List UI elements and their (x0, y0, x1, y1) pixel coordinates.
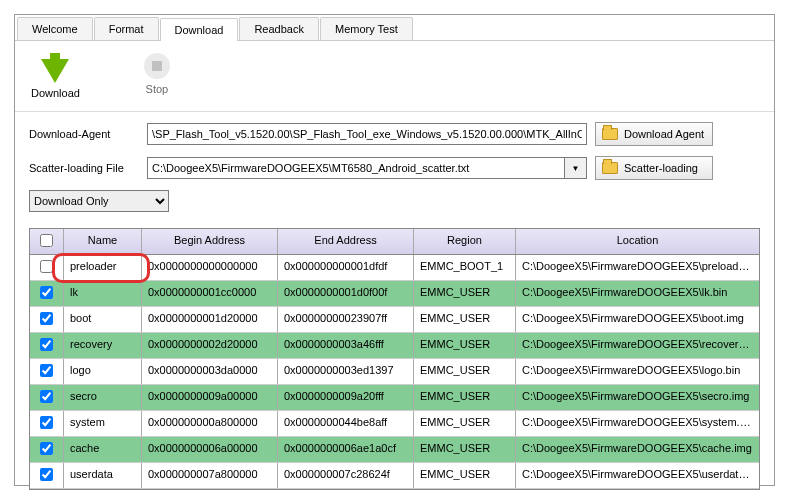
cell-name: lk (64, 281, 142, 306)
cell-region: EMMC_USER (414, 385, 516, 410)
row-checkbox-cell (30, 385, 64, 410)
cell-location: C:\DoogeeX5\FirmwareDOOGEEX5\lk.bin (516, 281, 759, 306)
cell-region: EMMC_USER (414, 411, 516, 436)
select-all-checkbox[interactable] (40, 234, 53, 247)
cell-begin: 0x0000000001d20000 (142, 307, 278, 332)
table-row[interactable]: boot0x0000000001d200000x00000000023907ff… (30, 307, 759, 333)
cell-region: EMMC_BOOT_1 (414, 255, 516, 280)
header-begin[interactable]: Begin Address (142, 229, 278, 254)
table-header: Name Begin Address End Address Region Lo… (30, 229, 759, 255)
scatter-dropdown-button[interactable]: ▼ (565, 157, 587, 179)
cell-region: EMMC_USER (414, 437, 516, 462)
stop-label: Stop (146, 83, 169, 95)
cell-region: EMMC_USER (414, 463, 516, 488)
cell-location: C:\DoogeeX5\FirmwareDOOGEEX5\logo.bin (516, 359, 759, 384)
cell-end: 0x0000000009a20fff (278, 385, 414, 410)
cell-begin: 0x0000000001cc0000 (142, 281, 278, 306)
row-checkbox[interactable] (40, 338, 53, 351)
cell-name: userdata (64, 463, 142, 488)
stop-button[interactable]: Stop (144, 53, 170, 99)
cell-end: 0x0000000006ae1a0cf (278, 437, 414, 462)
table-row[interactable]: logo0x0000000003da00000x0000000003ed1397… (30, 359, 759, 385)
cell-end: 0x0000000044be8aff (278, 411, 414, 436)
header-region[interactable]: Region (414, 229, 516, 254)
cell-begin: 0x000000000a800000 (142, 411, 278, 436)
tab-format[interactable]: Format (94, 17, 159, 40)
table-row[interactable]: userdata0x000000007a8000000x000000007c28… (30, 463, 759, 489)
form-area: Download-Agent Download Agent Scatter-lo… (15, 112, 774, 228)
table-body: preloader0x00000000000000000x00000000000… (30, 255, 759, 489)
cell-end: 0x000000000001dfdf (278, 255, 414, 280)
cell-begin: 0x0000000009a00000 (142, 385, 278, 410)
table-row[interactable]: secro0x0000000009a000000x0000000009a20ff… (30, 385, 759, 411)
row-checkbox[interactable] (40, 364, 53, 377)
folder-icon (602, 162, 618, 174)
tab-welcome[interactable]: Welcome (17, 17, 93, 40)
download-agent-button[interactable]: Download Agent (595, 122, 713, 146)
cell-location: C:\DoogeeX5\FirmwareDOOGEEX5\secro.img (516, 385, 759, 410)
row-checkbox[interactable] (40, 468, 53, 481)
cell-begin: 0x0000000003da0000 (142, 359, 278, 384)
row-checkbox-cell (30, 255, 64, 280)
table-row[interactable]: preloader0x00000000000000000x00000000000… (30, 255, 759, 281)
download-agent-input[interactable] (147, 123, 587, 145)
row-checkbox-cell (30, 437, 64, 462)
row-checkbox[interactable] (40, 416, 53, 429)
cell-region: EMMC_USER (414, 307, 516, 332)
header-location[interactable]: Location (516, 229, 759, 254)
download-button[interactable]: Download (31, 53, 80, 99)
cell-name: system (64, 411, 142, 436)
tab-memory-test[interactable]: Memory Test (320, 17, 413, 40)
cell-location: C:\DoogeeX5\FirmwareDOOGEEX5\userdata.i.… (516, 463, 759, 488)
table-row[interactable]: lk0x0000000001cc00000x0000000001d0f00fEM… (30, 281, 759, 307)
scatter-loading-button[interactable]: Scatter-loading (595, 156, 713, 180)
table-row[interactable]: system0x000000000a8000000x0000000044be8a… (30, 411, 759, 437)
row-checkbox[interactable] (40, 286, 53, 299)
download-mode-select[interactable]: Download Only (29, 190, 169, 212)
cell-name: boot (64, 307, 142, 332)
cell-region: EMMC_USER (414, 333, 516, 358)
toolbar: Download Stop (15, 41, 774, 112)
cell-end: 0x000000007c28624f (278, 463, 414, 488)
table-row[interactable]: recovery0x0000000002d200000x0000000003a4… (30, 333, 759, 359)
cell-begin: 0x0000000000000000 (142, 255, 278, 280)
cell-location: C:\DoogeeX5\FirmwareDOOGEEX5\boot.img (516, 307, 759, 332)
cell-location: C:\DoogeeX5\FirmwareDOOGEEX5\cache.img (516, 437, 759, 462)
row-checkbox[interactable] (40, 312, 53, 325)
cell-end: 0x0000000003a46fff (278, 333, 414, 358)
header-end[interactable]: End Address (278, 229, 414, 254)
row-checkbox-cell (30, 307, 64, 332)
download-agent-label: Download-Agent (29, 128, 139, 140)
cell-begin: 0x0000000002d20000 (142, 333, 278, 358)
tab-bar: Welcome Format Download Readback Memory … (15, 15, 774, 41)
cell-begin: 0x0000000006a00000 (142, 437, 278, 462)
download-agent-btn-label: Download Agent (624, 128, 704, 140)
download-label: Download (31, 87, 80, 99)
tab-readback[interactable]: Readback (239, 17, 319, 40)
table-row[interactable]: cache0x0000000006a000000x0000000006ae1a0… (30, 437, 759, 463)
tab-download[interactable]: Download (160, 18, 239, 41)
cell-name: preloader (64, 255, 142, 280)
row-checkbox[interactable] (40, 260, 53, 273)
header-checkbox-cell (30, 229, 64, 254)
cell-name: recovery (64, 333, 142, 358)
partition-table: Name Begin Address End Address Region Lo… (29, 228, 760, 490)
cell-name: secro (64, 385, 142, 410)
row-checkbox[interactable] (40, 442, 53, 455)
cell-begin: 0x000000007a800000 (142, 463, 278, 488)
cell-region: EMMC_USER (414, 281, 516, 306)
cell-location: C:\DoogeeX5\FirmwareDOOGEEX5\system.img (516, 411, 759, 436)
header-name[interactable]: Name (64, 229, 142, 254)
row-checkbox-cell (30, 463, 64, 488)
cell-region: EMMC_USER (414, 359, 516, 384)
scatter-file-input[interactable] (147, 157, 565, 179)
cell-location: C:\DoogeeX5\FirmwareDOOGEEX5\preloader_.… (516, 255, 759, 280)
cell-end: 0x0000000001d0f00f (278, 281, 414, 306)
row-checkbox-cell (30, 281, 64, 306)
row-checkbox-cell (30, 359, 64, 384)
cell-name: logo (64, 359, 142, 384)
row-checkbox[interactable] (40, 390, 53, 403)
download-arrow-icon (41, 53, 69, 83)
scatter-file-label: Scatter-loading File (29, 162, 139, 174)
folder-icon (602, 128, 618, 140)
